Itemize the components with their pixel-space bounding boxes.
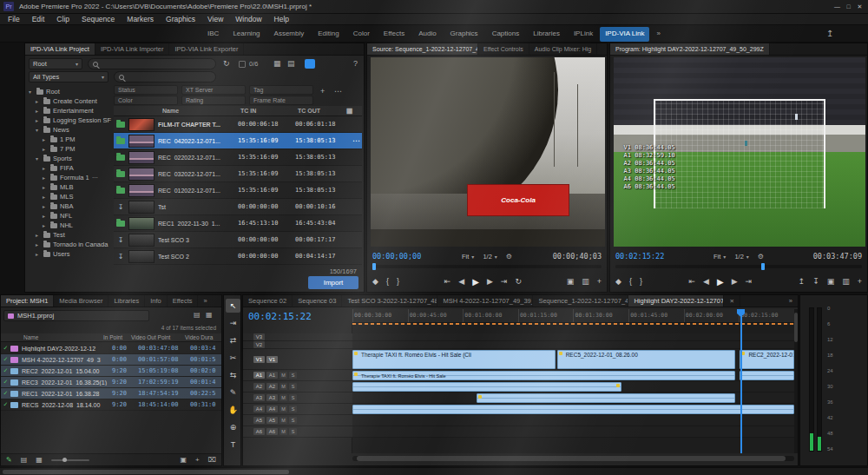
track-badge[interactable]: A5 [266,417,278,424]
project-row[interactable]: ✓MSH 4-2022-12-12707_49_30:0000:01:57:08… [1,354,221,366]
list-view-icon[interactable]: ▤ [21,456,28,464]
source-resolution-select[interactable]: 1/2 [483,253,491,261]
grid-view-icon[interactable]: ▦ [273,59,281,68]
zoom-slider[interactable] [51,459,89,461]
filter-frame-rate[interactable]: Frame Rate [249,96,313,105]
workspace-tab-ipd-via-link[interactable]: IPD-VIA Link [600,27,649,42]
maximize-button[interactable]: □ [843,3,854,10]
selection-tool[interactable]: ↖ [226,299,240,313]
go-to-out-icon[interactable]: ⇥ [501,277,508,286]
project-row[interactable]: ✓REC3_2022-12-01_16.38.25(1)9:2017:02:59… [1,377,221,388]
comparison-view-icon[interactable]: ▥ [582,277,589,286]
button-editor-icon[interactable]: + [597,277,602,286]
tab-audio-clip-mixer[interactable]: Audio Clip Mixer: Hig [529,43,597,55]
tree-item-mlb[interactable]: ▸MLB [43,182,112,192]
help-icon[interactable]: ? [353,59,358,68]
source-patch-badge[interactable]: A1 [253,372,265,379]
clip-row[interactable]: ↧Test SCO 200:00:00:0000:04:14:17 [114,248,362,265]
tree-item-nhl[interactable]: ▸NHL [43,221,112,230]
menu-file[interactable]: File [2,14,26,24]
menu-edit[interactable]: Edit [26,14,51,24]
comparison-view-icon[interactable]: ▥ [842,277,850,286]
source-patch-badge[interactable]: A4 [253,406,265,412]
tree-item-formula1[interactable]: ▸Formula 1⋯ [43,173,112,182]
icon-view-icon[interactable]: ▦ [36,456,43,464]
tree-item-logging-session[interactable]: ▸Logging Session SF [36,115,112,125]
minimize-button[interactable]: — [832,3,843,10]
edit-icon[interactable]: ✎ [6,456,12,464]
tab-effects[interactable]: Effects [168,295,199,307]
tab-source[interactable]: Source: Sequence_1-2022-12-12707_49_45_1… [367,43,478,55]
workspace-tab-audio[interactable]: Audio [411,25,443,42]
menu-graphics[interactable]: Graphics [160,14,201,24]
close-tab-icon[interactable]: ✕ [724,295,740,307]
menu-view[interactable]: View [201,14,229,24]
timeline-playhead[interactable] [740,309,742,453]
source-patch-badge[interactable]: V1 [253,356,265,363]
add-filter-icon[interactable]: + [320,87,325,96]
play-icon[interactable]: ▶ [717,277,724,287]
workspace-tab-color[interactable]: Color [346,25,377,42]
step-forward-icon[interactable]: ▶ [487,277,493,286]
import-button[interactable]: Import [308,276,358,289]
track-badge[interactable]: A6 [266,428,278,435]
workspace-tab-captions[interactable]: Captions [485,25,527,42]
tree-item-test[interactable]: ▸Test [36,230,112,240]
refresh-icon[interactable]: ↻ [223,59,230,68]
tree-item-entertainment[interactable]: ▸Entertainment [36,106,112,115]
search-input[interactable] [88,58,216,69]
menu-clip[interactable]: Clip [50,14,76,24]
workspace-tab-graphics[interactable]: Graphics [444,25,485,42]
go-to-in-icon[interactable]: ⇤ [444,277,451,286]
track-header-v2[interactable]: V2 [243,341,352,349]
menu-window[interactable]: Window [229,14,267,24]
mark-out-icon[interactable]: } [640,277,642,286]
clip-row[interactable]: REC1_2022-11-30_1...16:45:13:1016:45:43:… [114,215,362,232]
tab-link-importer[interactable]: IPD-VIA Link Importer [95,43,170,55]
list-view-icon[interactable]: ▤ [287,59,295,68]
timeline-clip-audio[interactable] [352,382,621,392]
secondary-search-input[interactable] [114,71,216,82]
menu-help[interactable]: Help [268,14,295,24]
track-header-a4[interactable]: A4A4MS [243,404,352,415]
mute-button[interactable]: M [279,394,287,401]
tab-effect-controls[interactable]: Effect Controls [478,43,529,55]
settings-gear-icon[interactable]: ⚙ [506,253,512,261]
track-header-a2[interactable]: A2A2MS [243,381,352,393]
program-scrub-bar[interactable] [615,265,862,268]
source-patch-badge[interactable]: A3 [253,394,265,401]
workspace-tab-assembly[interactable]: Assembly [267,25,312,42]
filter-xt-server[interactable]: XT Server [181,85,246,95]
tree-item-nba[interactable]: ▸NBA [43,201,112,211]
track-badge[interactable]: V1 [266,356,278,363]
tree-item-mls[interactable]: ▸MLS [43,192,112,201]
workspace-tab-ibc[interactable]: IBC [201,25,226,42]
more-icon[interactable]: ⋯ [92,174,99,181]
add-marker-icon[interactable]: ◆ [372,277,378,286]
program-fit-select[interactable]: Fit [713,253,720,261]
track-header-v3[interactable]: V3 [243,333,352,341]
clip-row[interactable]: ↧Tst00:00:00:0000:00:10:16 [114,199,362,215]
tab-project[interactable]: Project: MSH1 [1,295,54,307]
tab-program[interactable]: Program: Highlight DAY2-2022-12-12707_49… [610,43,770,55]
workspace-tab-editing[interactable]: Editing [311,25,345,42]
tab-msh-4[interactable]: MSH 4-2022-12-12707_49_39_891Z [437,295,533,307]
tab-link-exporter[interactable]: IPD-VIA Link Exporter [169,43,244,55]
clip-row[interactable]: REC_032022-12-071...15:35:16:0915:38:05:… [114,166,362,182]
horizontal-scrollbar-thumb[interactable] [3,470,289,474]
source-scrub-bar[interactable] [372,265,602,268]
loop-icon[interactable]: ↻ [515,277,522,286]
project-row[interactable]: ✓RECS_2022-12-08_18.14.009:2018:45:14:00… [1,399,221,411]
type-tool[interactable]: T [226,438,240,452]
column-video-duration[interactable]: Video Dura [185,334,213,340]
column-tc-out[interactable]: TC OUT [298,108,346,114]
track-badge[interactable]: V3 [253,333,265,340]
source-playhead-marker[interactable] [372,263,376,270]
project-bin-field[interactable]: MSH1.prproj [3,310,149,321]
program-resolution-select[interactable]: 1/2 [734,253,743,261]
timeline-playhead-timecode[interactable]: 00:02:15:22 [248,311,312,322]
source-current-timecode[interactable]: 00:00;00;00 [372,252,421,261]
track-header-a1[interactable]: A1A1MS [243,370,352,381]
track-header-a6[interactable]: A6A6MS [243,426,352,438]
panel-overflow-icon[interactable]: » [784,295,798,307]
